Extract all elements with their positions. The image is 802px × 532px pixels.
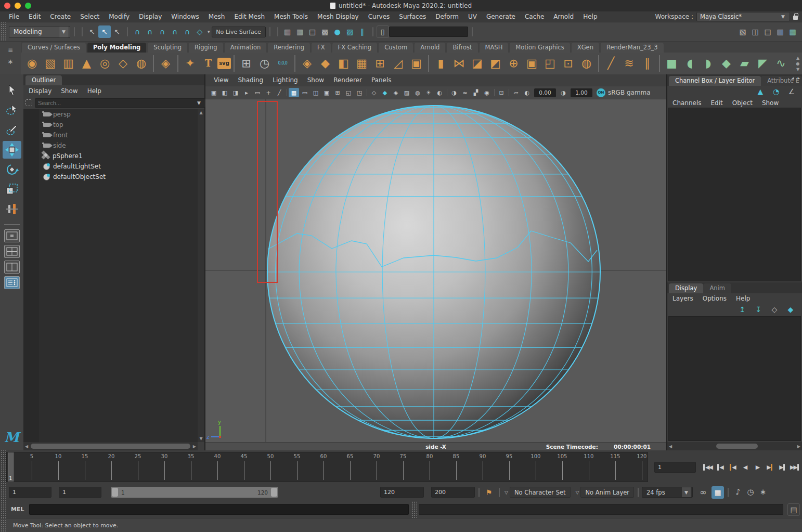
multi-cut-icon[interactable]: ◩ — [486, 55, 505, 73]
helpline-drag-handle[interactable] — [0, 518, 6, 532]
shelf-menu-icon[interactable]: ≡ — [4, 46, 17, 54]
outliner-item-top[interactable]: top — [23, 120, 198, 130]
shelf-tab-animation[interactable]: Animation — [225, 43, 267, 53]
menu-edit[interactable]: Edit — [24, 13, 45, 20]
shelf-tab-motion-graphics[interactable]: Motion Graphics — [510, 43, 570, 53]
scrollbar-thumb[interactable] — [31, 444, 190, 449]
hyperbolic-curve-icon[interactable]: ∠ — [785, 85, 798, 98]
smooth-shade-icon[interactable]: ◆ — [380, 88, 390, 97]
chevron-down-icon[interactable]: ▾ — [208, 29, 210, 34]
menu-windows[interactable]: Windows — [166, 13, 204, 20]
menu-help[interactable]: Help — [578, 13, 602, 20]
menu-display[interactable]: Display — [134, 13, 166, 20]
animation-start-field[interactable]: 1 — [9, 487, 51, 498]
shelf-tab-mash[interactable]: MASH — [480, 43, 509, 53]
contrast-icon[interactable]: ◑ — [558, 88, 568, 97]
render-current-frame-icon[interactable]: ▦ — [294, 25, 306, 38]
poly-cube-icon[interactable]: ▧ — [41, 55, 59, 73]
menu-curves[interactable]: Curves — [364, 13, 395, 20]
minimize-window-button[interactable] — [15, 3, 21, 9]
shelf-tab-xgen[interactable]: XGen — [572, 43, 599, 53]
tool-settings-toggle-icon[interactable]: ▥ — [774, 25, 786, 38]
subdivide-icon[interactable]: ⊞ — [371, 55, 389, 73]
layout-single-pane[interactable] — [4, 229, 20, 242]
play-backwards-button[interactable]: ◀ — [739, 461, 751, 473]
menu-surfaces[interactable]: Surfaces — [394, 13, 431, 20]
gamma-field[interactable]: 1.00 — [571, 88, 592, 97]
step-back-frame-button[interactable]: ◀ — [714, 461, 726, 473]
menu-select[interactable]: Select — [75, 13, 104, 20]
use-default-material-icon[interactable]: ◍ — [412, 88, 423, 97]
channel-box-toggle-icon[interactable]: ▦ — [786, 25, 799, 38]
section-collapse-handle[interactable] — [125, 26, 129, 37]
step-forward-frame-button[interactable]: ▶ — [776, 461, 788, 473]
menu-set-dropdown[interactable]: Modeling ▼ — [9, 26, 70, 38]
channelbox-menu-channels[interactable]: Channels — [672, 99, 702, 107]
super-shape-icon[interactable]: ✦ — [181, 55, 199, 73]
svg-tool-icon[interactable]: svg — [217, 58, 231, 69]
slider-speed-icon[interactable]: ◔ — [770, 85, 782, 98]
wireframe-on-shaded-icon[interactable]: ◈ — [391, 88, 401, 97]
wireframe-mode-icon[interactable]: ◇ — [369, 88, 379, 97]
search-input[interactable] — [35, 98, 206, 108]
combine-icon[interactable]: ◈ — [298, 55, 316, 73]
knife-sculpt-icon[interactable]: ◤ — [754, 55, 772, 73]
crease-set-icon[interactable]: ╱ — [602, 55, 620, 73]
snap-to-curve-icon[interactable]: ∩ — [144, 25, 156, 38]
animation-preferences-button[interactable]: ∗ — [757, 486, 769, 499]
quadrangulate-icon[interactable]: ▣ — [407, 55, 425, 73]
shelf-tab-fx[interactable]: FX — [312, 43, 331, 53]
chevron-down-icon[interactable]: ▼ — [197, 100, 201, 106]
viewport-menu-shading[interactable]: Shading — [238, 76, 263, 84]
grab-sculpt-icon[interactable]: ◆ — [717, 55, 735, 73]
scale-tool[interactable] — [3, 180, 21, 198]
command-language-label[interactable]: MEL — [11, 506, 24, 513]
range-start-handle[interactable] — [112, 488, 118, 497]
open-render-view-icon[interactable]: ▦ — [281, 25, 294, 38]
menu-mesh-tools[interactable]: Mesh Tools — [269, 13, 313, 20]
layer-tab-display[interactable]: Display — [669, 283, 703, 293]
channel-manipulator-icon[interactable]: ▲ — [754, 85, 767, 98]
outliner-item-front[interactable]: front — [23, 130, 198, 140]
rotate-tool[interactable] — [3, 161, 21, 178]
poly-disc-icon[interactable]: ◍ — [132, 55, 150, 73]
bridge-icon[interactable]: ⋈ — [450, 55, 468, 73]
isolate-select-icon[interactable]: ⊡ — [496, 88, 507, 97]
attribute-editor-toggle-icon[interactable]: ▤ — [761, 25, 774, 38]
outliner-item-persp[interactable]: persp — [23, 109, 198, 120]
xray-icon[interactable]: ▱ — [511, 88, 521, 97]
sculpt-transfer-icon[interactable]: ◍ — [577, 55, 596, 73]
textured-mode-icon[interactable]: ▨ — [402, 88, 412, 97]
modeling-toolkit-toggle-icon[interactable]: ▧ — [736, 25, 749, 38]
last-tool-used[interactable] — [3, 200, 21, 218]
channelbox-horizontal-scrollbar[interactable]: ◀▶ — [667, 442, 802, 450]
snap-to-view-plane-icon[interactable]: ∩ — [181, 25, 193, 38]
section-collapse-handle[interactable] — [477, 487, 481, 498]
layer-new-from-selected-icon[interactable]: ◆ — [784, 303, 797, 316]
viewport-menu-show[interactable]: Show — [307, 76, 324, 84]
shelf-tab-rendering[interactable]: Rendering — [268, 43, 310, 53]
menu-edit-mesh[interactable]: Edit Mesh — [229, 13, 269, 20]
bevel-icon[interactable]: ◪ — [468, 55, 486, 73]
gamma-on-toggle[interactable]: ON — [597, 88, 605, 97]
shelf-tab-bifrost[interactable]: Bifrost — [447, 43, 477, 53]
quad-draw-icon[interactable]: ⊡ — [559, 55, 577, 73]
range-slider[interactable]: 1 120 — [111, 487, 278, 498]
sync-playback-button[interactable]: ◷ — [744, 486, 757, 499]
motion-blur-icon[interactable]: ≈ — [460, 88, 470, 97]
field-chart-icon[interactable]: ⊞ — [332, 88, 343, 97]
humanik-toggle-icon[interactable]: ◫ — [749, 25, 761, 38]
menu-cache[interactable]: Cache — [520, 13, 549, 20]
viewport-menu-renderer[interactable]: Renderer — [333, 76, 362, 84]
go-to-start-button[interactable]: ◀◀ — [701, 461, 714, 473]
go-to-end-button[interactable]: ▶▶ — [788, 461, 801, 473]
layout-four-pane[interactable] — [4, 245, 20, 258]
menu-modify[interactable]: Modify — [104, 13, 134, 20]
script-editor-icon[interactable]: ▤ — [787, 503, 800, 516]
circularize-icon[interactable]: ⊕ — [505, 55, 523, 73]
poly-plane-icon[interactable]: ◇ — [114, 55, 132, 73]
layer-tab-anim[interactable]: Anim — [703, 283, 731, 293]
viewport-menu-view[interactable]: View — [214, 76, 228, 84]
shelf-tab-rigging[interactable]: Rigging — [189, 43, 223, 53]
playback-loop-button[interactable]: ∞ — [697, 486, 709, 499]
